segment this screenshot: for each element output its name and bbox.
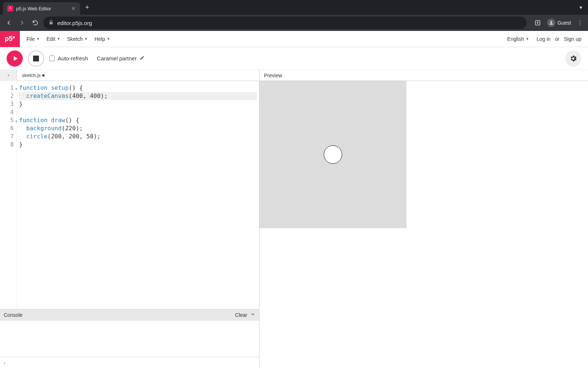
chevron-down-icon: ▼ [107, 37, 110, 41]
menu-label: Sketch [67, 36, 83, 42]
language-selector[interactable]: English ▼ [504, 34, 532, 44]
preview-header: Preview [259, 70, 588, 81]
avatar-icon [547, 19, 555, 27]
chrome-menu-icon[interactable]: ⋮ [576, 20, 584, 26]
autorefresh-checkbox[interactable] [49, 56, 55, 61]
unsaved-indicator-icon [42, 74, 44, 77]
close-tab-icon[interactable]: ✕ [71, 6, 76, 11]
settings-button[interactable] [565, 50, 581, 67]
code-line[interactable] [19, 108, 257, 116]
or-text: or [555, 36, 559, 42]
sketch-name-text: Caramel partner [97, 55, 137, 61]
tab-strip: * p5.js Web Editor ✕ + ▾ [0, 0, 588, 15]
preview-area [259, 81, 588, 228]
p5-favicon: * [7, 6, 13, 11]
gear-icon [569, 54, 577, 63]
menu-bar: File▼Edit▼Sketch▼Help▼ [24, 34, 113, 44]
chevron-down-icon: ▼ [84, 37, 88, 41]
forward-button[interactable] [17, 18, 27, 28]
console-header: Console Clear [0, 309, 259, 320]
code-line[interactable]: } [19, 100, 257, 108]
code-line[interactable]: createCanvas(400, 400); [19, 92, 257, 100]
chevron-right-icon [6, 73, 11, 78]
menu-label: Help [94, 36, 105, 42]
file-tab[interactable]: sketch.js [17, 72, 50, 78]
file-tab-label: sketch.js [22, 72, 41, 78]
clear-console-button[interactable]: Clear [235, 312, 247, 318]
preview-column: Preview [259, 70, 588, 368]
menu-label: Edit [46, 36, 55, 42]
stop-button[interactable] [28, 50, 44, 67]
autorefresh-toggle[interactable]: Auto-refresh [49, 55, 88, 61]
gutter: 1▼2345▼678 [0, 81, 17, 309]
login-link[interactable]: Log in [537, 36, 551, 42]
signup-link[interactable]: Sign up [564, 36, 581, 42]
p5-logo[interactable]: p5* [0, 31, 20, 47]
file-tab-row: sketch.js [0, 70, 259, 81]
language-label: English [507, 36, 524, 42]
back-button[interactable] [4, 18, 14, 28]
menu-sketch[interactable]: Sketch▼ [64, 34, 91, 44]
console-input-row[interactable]: › [0, 357, 259, 368]
url-text: editor.p5js.org [57, 20, 92, 26]
pencil-icon [140, 55, 145, 61]
control-bar: Auto-refresh Caramel partner [0, 47, 588, 70]
browser-toolbar: editor.p5js.org Guest ⋮ [0, 15, 588, 31]
console-output [0, 320, 259, 357]
editor-column: sketch.js 1▼2345▼678 function setup() { … [0, 70, 259, 368]
app: p5* File▼Edit▼Sketch▼Help▼ English ▼ Log… [0, 31, 588, 368]
app-nav: p5* File▼Edit▼Sketch▼Help▼ English ▼ Log… [0, 31, 588, 47]
toolbar-right: Guest ⋮ [533, 18, 584, 28]
code-line[interactable]: function setup() { [19, 84, 257, 92]
sketch-canvas[interactable] [259, 81, 406, 228]
menu-edit[interactable]: Edit▼ [43, 34, 63, 44]
console-prompt-icon: › [4, 360, 6, 366]
preview-label: Preview [264, 72, 282, 78]
address-bar[interactable]: editor.p5js.org [43, 17, 527, 29]
guest-label: Guest [557, 20, 571, 26]
code-editor[interactable]: 1▼2345▼678 function setup() { createCanv… [0, 81, 259, 309]
expand-sidebar-button[interactable] [0, 70, 17, 81]
collapse-console-icon[interactable] [250, 312, 255, 318]
browser-tab[interactable]: * p5.js Web Editor ✕ [3, 2, 80, 15]
menu-help[interactable]: Help▼ [92, 34, 113, 44]
autorefresh-label: Auto-refresh [58, 55, 88, 61]
chevron-down-icon: ▼ [526, 37, 529, 41]
main-split: sketch.js 1▼2345▼678 function setup() { … [0, 70, 588, 368]
browser-chrome: * p5.js Web Editor ✕ + ▾ editor.p5js.org… [0, 0, 588, 31]
lock-icon [49, 20, 54, 26]
tab-title: p5.js Web Editor [16, 6, 68, 11]
code-line[interactable]: function draw() { [19, 116, 257, 124]
reload-button[interactable] [30, 18, 40, 28]
sketch-name[interactable]: Caramel partner [97, 55, 145, 61]
chevron-down-icon: ▼ [57, 37, 61, 41]
profile-badge[interactable]: Guest [547, 19, 571, 27]
nav-right: English ▼ Log in or Sign up [504, 34, 588, 44]
install-app-icon[interactable] [533, 18, 543, 28]
menu-label: File [26, 36, 35, 42]
drawn-circle [324, 145, 342, 164]
code-line[interactable]: } [19, 141, 257, 149]
code-line[interactable]: circle(200, 200, 50); [19, 132, 257, 141]
console-actions: Clear [235, 312, 255, 318]
code-line[interactable]: background(220); [19, 124, 257, 132]
chevron-down-icon: ▼ [36, 37, 40, 41]
svg-point-1 [550, 21, 552, 23]
menu-file[interactable]: File▼ [24, 34, 43, 44]
new-tab-button[interactable]: + [85, 4, 89, 11]
code-area[interactable]: function setup() { createCanvas(400, 400… [17, 81, 259, 309]
console-label: Console [4, 312, 22, 318]
tabs-dropdown-icon[interactable]: ▾ [580, 4, 582, 10]
stop-icon [33, 56, 39, 61]
play-button[interactable] [7, 50, 23, 67]
